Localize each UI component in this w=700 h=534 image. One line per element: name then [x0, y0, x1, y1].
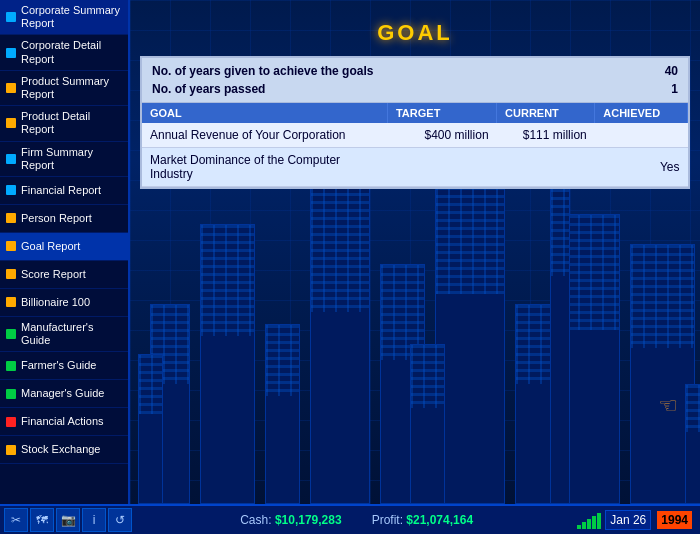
sidebar-item-firm-summary[interactable]: Firm Summary Report — [0, 142, 128, 177]
sidebar-label-product-detail: Product Detail Report — [21, 110, 122, 136]
sidebar-icon-product-detail — [6, 118, 16, 128]
cash-label: Cash: — [240, 513, 271, 527]
taskbar-info: Cash: $10,179,283 Profit: $21,074,164 — [136, 513, 577, 527]
sidebar-item-corporate-summary[interactable]: Corporate Summary Report — [0, 0, 128, 35]
signal-bars — [577, 511, 605, 529]
sidebar-icon-financial-report — [6, 185, 16, 195]
sidebar-item-person-report[interactable]: Person Report — [0, 205, 128, 233]
cash-value: $10,179,283 — [275, 513, 342, 527]
taskbar-buttons: ✂🗺📷i↺ — [0, 508, 136, 532]
main-content: GOAL No. of years given to achieve the g… — [130, 0, 700, 504]
signal-bar-2 — [582, 522, 586, 529]
cell-achieved-0 — [595, 123, 688, 148]
sidebar-item-product-detail[interactable]: Product Detail Report — [0, 106, 128, 141]
date-year: 1994 — [657, 511, 692, 529]
cell-goal-1: Market Dominance of the Computer Industr… — [142, 148, 387, 187]
sidebar-label-firm-summary: Firm Summary Report — [21, 146, 122, 172]
signal-bar-1 — [577, 525, 581, 529]
years-given-label: No. of years given to achieve the goals — [152, 64, 638, 78]
cell-goal-0: Annual Revenue of Your Corporation — [142, 123, 387, 148]
sidebar-label-billionaire-100: Billionaire 100 — [21, 296, 90, 309]
profit-label: Profit: — [372, 513, 403, 527]
sidebar-item-corporate-detail[interactable]: Corporate Detail Report — [0, 35, 128, 70]
page-title: GOAL — [130, 0, 700, 56]
years-passed-label: No. of years passed — [152, 82, 638, 96]
col-header-current: CURRENT — [497, 103, 595, 123]
sidebar-label-financial-report: Financial Report — [21, 184, 101, 197]
taskbar-button-4[interactable]: ↺ — [108, 508, 132, 532]
sidebar-item-financial-actions[interactable]: Financial Actions — [0, 408, 128, 436]
taskbar: ✂🗺📷i↺ Cash: $10,179,283 Profit: $21,074,… — [0, 504, 700, 534]
sidebar-item-product-summary[interactable]: Product Summary Report — [0, 71, 128, 106]
sidebar-icon-goal-report — [6, 241, 16, 251]
sidebar-icon-manufacturers-guide — [6, 329, 16, 339]
cell-target-1 — [387, 148, 496, 187]
cash-display: Cash: $10,179,283 — [240, 513, 341, 527]
sidebar-item-stock-exchange[interactable]: Stock Exchange — [0, 436, 128, 464]
sidebar-icon-farmers-guide — [6, 361, 16, 371]
sidebar: Corporate Summary ReportCorporate Detail… — [0, 0, 130, 504]
table-row: Annual Revenue of Your Corporation$400 m… — [142, 123, 688, 148]
sidebar-label-stock-exchange: Stock Exchange — [21, 443, 101, 456]
years-given-row: No. of years given to achieve the goals … — [152, 62, 678, 80]
years-passed-row: No. of years passed 1 — [152, 80, 678, 98]
sidebar-icon-product-summary — [6, 83, 16, 93]
sidebar-label-financial-actions: Financial Actions — [21, 415, 104, 428]
cell-target-0: $400 million — [387, 123, 496, 148]
profit-display: Profit: $21,074,164 — [372, 513, 473, 527]
years-passed-value: 1 — [638, 82, 678, 96]
taskbar-button-1[interactable]: 🗺 — [30, 508, 54, 532]
sidebar-label-farmers-guide: Farmer's Guide — [21, 359, 96, 372]
sidebar-label-person-report: Person Report — [21, 212, 92, 225]
sidebar-label-goal-report: Goal Report — [21, 240, 80, 253]
table-body: Annual Revenue of Your Corporation$400 m… — [142, 123, 688, 187]
cell-current-1 — [497, 148, 595, 187]
date-text: Jan 26 — [605, 510, 651, 530]
signal-bar-3 — [587, 519, 591, 529]
sidebar-icon-person-report — [6, 213, 16, 223]
table-row: Market Dominance of the Computer Industr… — [142, 148, 688, 187]
sidebar-label-managers-guide: Manager's Guide — [21, 387, 104, 400]
sidebar-icon-billionaire-100 — [6, 297, 16, 307]
table-header-row: GOAL TARGET CURRENT ACHIEVED — [142, 103, 688, 123]
taskbar-date: Jan 26 1994 — [605, 510, 700, 530]
profit-value: $21,074,164 — [406, 513, 473, 527]
cursor-hand-icon: ☞ — [658, 393, 678, 419]
sidebar-icon-stock-exchange — [6, 445, 16, 455]
sidebar-label-manufacturers-guide: Manufacturer's Guide — [21, 321, 122, 347]
sidebar-icon-corporate-detail — [6, 48, 16, 58]
sidebar-icon-financial-actions — [6, 417, 16, 427]
sidebar-item-manufacturers-guide[interactable]: Manufacturer's Guide — [0, 317, 128, 352]
sidebar-item-managers-guide[interactable]: Manager's Guide — [0, 380, 128, 408]
cell-achieved-1: Yes — [595, 148, 688, 187]
report-header: No. of years given to achieve the goals … — [142, 58, 688, 103]
sidebar-icon-score-report — [6, 269, 16, 279]
col-header-achieved: ACHIEVED — [595, 103, 688, 123]
cell-current-0: $111 million — [497, 123, 595, 148]
sidebar-icon-firm-summary — [6, 154, 16, 164]
sidebar-item-farmers-guide[interactable]: Farmer's Guide — [0, 352, 128, 380]
sidebar-label-corporate-summary: Corporate Summary Report — [21, 4, 122, 30]
col-header-goal: GOAL — [142, 103, 387, 123]
sidebar-item-goal-report[interactable]: Goal Report — [0, 233, 128, 261]
sidebar-label-corporate-detail: Corporate Detail Report — [21, 39, 122, 65]
signal-bar-5 — [597, 513, 601, 529]
sidebar-item-financial-report[interactable]: Financial Report — [0, 177, 128, 205]
sidebar-label-score-report: Score Report — [21, 268, 86, 281]
taskbar-button-2[interactable]: 📷 — [56, 508, 80, 532]
taskbar-button-3[interactable]: i — [82, 508, 106, 532]
goal-table: GOAL TARGET CURRENT ACHIEVED Annual Reve… — [142, 103, 688, 187]
sidebar-item-score-report[interactable]: Score Report — [0, 261, 128, 289]
col-header-target: TARGET — [387, 103, 496, 123]
signal-bar-4 — [592, 516, 596, 529]
sidebar-item-billionaire-100[interactable]: Billionaire 100 — [0, 289, 128, 317]
years-given-value: 40 — [638, 64, 678, 78]
sidebar-icon-corporate-summary — [6, 12, 16, 22]
taskbar-button-0[interactable]: ✂ — [4, 508, 28, 532]
report-panel: No. of years given to achieve the goals … — [140, 56, 690, 189]
sidebar-icon-managers-guide — [6, 389, 16, 399]
sidebar-label-product-summary: Product Summary Report — [21, 75, 122, 101]
